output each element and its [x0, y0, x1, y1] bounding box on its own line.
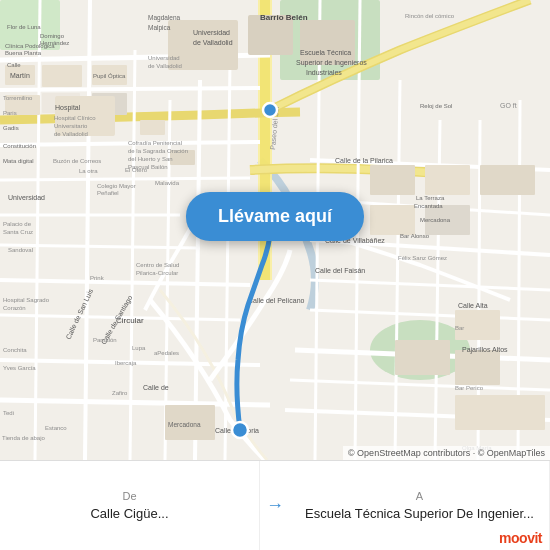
svg-text:Hospital Clínico: Hospital Clínico [54, 115, 96, 121]
svg-rect-51 [370, 205, 415, 235]
svg-text:Universidad: Universidad [148, 55, 180, 61]
svg-text:Domingo: Domingo [40, 33, 65, 39]
svg-rect-56 [455, 350, 500, 385]
svg-text:aPedales: aPedales [154, 350, 179, 356]
svg-text:Tienda de abajo: Tienda de abajo [2, 435, 45, 441]
svg-text:Constitución: Constitución [3, 143, 36, 149]
svg-text:Lupa: Lupa [132, 345, 146, 351]
svg-text:Sandoval: Sandoval [8, 247, 33, 253]
origin-cell[interactable]: De Calle Cigüe... [0, 461, 260, 550]
destination-label: A [416, 490, 423, 502]
svg-text:Mercadona: Mercadona [420, 217, 451, 223]
svg-rect-54 [395, 340, 450, 375]
svg-text:Mercadona: Mercadona [168, 421, 201, 428]
svg-text:Universitario: Universitario [54, 123, 88, 129]
moovit-logo: moovit [499, 530, 542, 546]
svg-text:Superior de Ingenieros: Superior de Ingenieros [296, 59, 367, 67]
origin-label: De [122, 490, 136, 502]
svg-text:El Otero: El Otero [125, 167, 148, 173]
llevame-aqui-button[interactable]: Llévame aquí [186, 192, 364, 241]
svg-rect-42 [140, 120, 165, 135]
svg-text:Estanco: Estanco [45, 425, 67, 431]
svg-text:Prink: Prink [90, 275, 105, 281]
svg-text:Gadis: Gadis [3, 125, 19, 131]
svg-rect-49 [425, 165, 470, 195]
svg-text:Santa Cruz: Santa Cruz [3, 229, 33, 235]
svg-rect-48 [370, 165, 415, 195]
svg-point-96 [263, 103, 277, 117]
map-container[interactable]: Martín Hospital Universidad Barrio Belén… [0, 0, 550, 460]
svg-text:de Valladolid: de Valladolid [148, 63, 182, 69]
svg-text:Calle de: Calle de [143, 384, 169, 391]
svg-text:Buzón de Correos: Buzón de Correos [53, 158, 101, 164]
svg-text:Torremilino: Torremilino [3, 95, 33, 101]
direction-arrow-icon: → [262, 495, 288, 516]
svg-text:Conchita: Conchita [3, 347, 27, 353]
svg-text:Mata digital: Mata digital [3, 158, 34, 164]
svg-text:Bar Alonso: Bar Alonso [400, 233, 430, 239]
svg-text:Buena Planta: Buena Planta [5, 50, 42, 56]
svg-rect-50 [480, 165, 535, 195]
svg-text:Colegio Mayor: Colegio Mayor [97, 183, 136, 189]
svg-text:de Valladolid: de Valladolid [193, 39, 233, 46]
svg-text:Pilarica-Circular: Pilarica-Circular [136, 270, 178, 276]
svg-text:de Valladolid: de Valladolid [54, 131, 88, 137]
svg-text:Zafiro: Zafiro [112, 390, 128, 396]
svg-text:La otra: La otra [79, 168, 98, 174]
svg-text:Corazón: Corazón [3, 305, 26, 311]
svg-text:de la Sagrada Oración: de la Sagrada Oración [128, 148, 188, 154]
svg-text:Cofradía Penitencial: Cofradía Penitencial [128, 140, 182, 146]
svg-rect-57 [455, 395, 545, 430]
svg-text:GO ft: GO ft [500, 102, 517, 109]
svg-text:Hospital: Hospital [55, 104, 81, 112]
svg-text:Calle del Pelícano: Calle del Pelícano [248, 297, 305, 304]
svg-text:Industriales: Industriales [306, 69, 342, 76]
svg-text:Martín: Martín [10, 72, 30, 79]
svg-text:Escuela Técnica: Escuela Técnica [300, 49, 351, 56]
svg-text:Hernández: Hernández [40, 40, 69, 46]
svg-text:Rincón del cómico: Rincón del cómico [405, 13, 455, 19]
svg-text:Calle del Faisán: Calle del Faisán [315, 267, 365, 274]
svg-text:Palacio de: Palacio de [3, 221, 32, 227]
destination-value: Escuela Técnica Superior De Ingenier... [305, 506, 534, 521]
svg-text:Calle Alta: Calle Alta [458, 302, 488, 309]
map-attribution: © OpenStreetMap contributors · © OpenMap… [343, 446, 550, 460]
svg-text:Centro de Salud: Centro de Salud [136, 262, 179, 268]
svg-text:Universidad: Universidad [8, 194, 45, 201]
svg-text:Encantada: Encantada [414, 203, 443, 209]
svg-rect-37 [42, 65, 82, 87]
svg-text:Pupil Óptica: Pupil Óptica [93, 73, 126, 79]
origin-value: Calle Cigüe... [90, 506, 168, 521]
svg-text:Universidad: Universidad [193, 29, 230, 36]
svg-text:del Huerto y San: del Huerto y San [128, 156, 173, 162]
svg-point-95 [232, 422, 248, 438]
svg-text:Calle: Calle [7, 62, 21, 68]
svg-text:Paris: Paris [3, 110, 17, 116]
svg-text:Reloj de Sol: Reloj de Sol [420, 103, 452, 109]
svg-text:Bar: Bar [455, 325, 464, 331]
svg-text:Malpica: Malpica [148, 24, 171, 32]
svg-text:Peñafiel: Peñafiel [97, 190, 119, 196]
svg-text:Yves García: Yves García [3, 365, 36, 371]
svg-text:Félix Sanz Gómez: Félix Sanz Gómez [398, 255, 447, 261]
svg-text:Calle de la Pilarica: Calle de la Pilarica [335, 157, 393, 164]
svg-text:Malavida: Malavida [155, 180, 180, 186]
svg-text:Bar Perico: Bar Perico [455, 385, 484, 391]
svg-text:Pantalón: Pantalón [93, 337, 117, 343]
svg-text:La Terraza: La Terraza [416, 195, 445, 201]
svg-text:Magdalena: Magdalena [148, 14, 181, 22]
svg-text:Flor de Luna: Flor de Luna [7, 24, 41, 30]
svg-text:Hospital Sagrado: Hospital Sagrado [3, 297, 50, 303]
svg-text:Tedi: Tedi [3, 410, 14, 416]
svg-text:Pajarillos Altos: Pajarillos Altos [462, 346, 508, 354]
svg-text:Barrio Belén: Barrio Belén [260, 13, 308, 22]
svg-text:Ibercaja: Ibercaja [115, 360, 137, 366]
bottom-bar: De Calle Cigüe... → A Escuela Técnica Su… [0, 460, 550, 550]
